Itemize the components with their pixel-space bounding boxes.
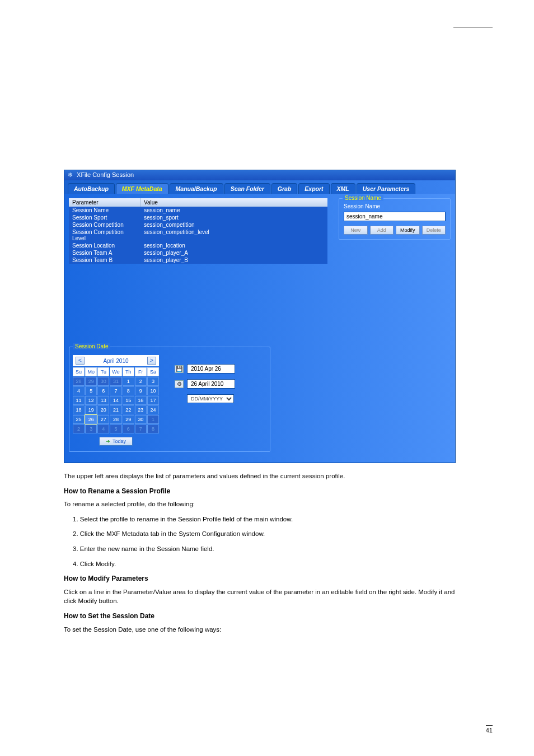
- calendar[interactable]: < April 2010 > SuMoTuWeThFrSa28293031123…: [73, 355, 159, 446]
- calendar-day[interactable]: 1: [123, 377, 134, 386]
- prev-month-button[interactable]: <: [76, 357, 85, 365]
- param-value: session_location: [140, 242, 327, 249]
- new-button[interactable]: New: [344, 226, 368, 235]
- calendar-day[interactable]: 28: [110, 415, 121, 424]
- param-value: session_player_A: [140, 249, 327, 256]
- table-row[interactable]: Session Sportsession_sport: [69, 214, 327, 221]
- session-date-legend: Session Date: [73, 343, 110, 349]
- param-name: Session Competition: [69, 221, 140, 228]
- param-name: Session Competition Level: [69, 228, 140, 242]
- calendar-day[interactable]: 5: [110, 424, 121, 433]
- table-row[interactable]: Session Competition Levelsession_competi…: [69, 228, 327, 242]
- date-format-select[interactable]: DD/MM/YYYY: [187, 394, 234, 403]
- calendar-day[interactable]: 3: [147, 377, 159, 386]
- session-name-group: Session Name Session Name NewAddModifyDe…: [339, 198, 451, 240]
- calendar-day[interactable]: 20: [97, 405, 109, 414]
- calendar-day[interactable]: 11: [73, 396, 85, 405]
- heading-rename: How to Rename a Session Profile: [64, 487, 456, 496]
- calendar-dow: We: [110, 367, 121, 376]
- tab-scan-folder[interactable]: Scan Folder: [224, 183, 270, 194]
- calendar-day[interactable]: 15: [123, 396, 134, 405]
- calendar-day[interactable]: 8: [123, 386, 134, 395]
- session-name-legend: Session Name: [343, 195, 383, 201]
- calendar-day[interactable]: 1: [147, 415, 159, 424]
- table-row[interactable]: Session Namesession_name: [69, 207, 327, 214]
- calendar-day[interactable]: 28: [73, 377, 85, 386]
- calendar-header: < April 2010 >: [73, 355, 159, 366]
- calendar-day[interactable]: 6: [123, 424, 134, 433]
- calendar-day[interactable]: 4: [73, 386, 85, 395]
- calendar-day[interactable]: 7: [135, 424, 147, 433]
- settings-icon[interactable]: ⚙: [175, 380, 184, 388]
- calendar-day[interactable]: 2: [135, 377, 147, 386]
- date-display-2: 26 April 2010: [187, 379, 235, 389]
- parameter-table-header: Parameter Value: [69, 198, 327, 207]
- calendar-day[interactable]: 22: [123, 405, 134, 414]
- add-button[interactable]: Add: [370, 226, 394, 235]
- calendar-day[interactable]: 18: [73, 405, 85, 414]
- calendar-day[interactable]: 29: [123, 415, 134, 424]
- calendar-day[interactable]: 21: [110, 405, 121, 414]
- tab-xml[interactable]: XML: [331, 183, 355, 194]
- step-2: 2. Click the MXF Metadata tab in the Sys…: [73, 529, 456, 539]
- modify-button[interactable]: Modify: [396, 226, 420, 235]
- titlebar: ❄ XFile Config Session: [64, 170, 455, 180]
- calendar-day[interactable]: 4: [97, 424, 109, 433]
- param-name: Session Team B: [69, 256, 140, 264]
- calendar-dow: Fr: [135, 367, 147, 376]
- calendar-day[interactable]: 27: [97, 415, 109, 424]
- setdate-paragraph: To set the Session Date, use one of the …: [64, 625, 456, 634]
- window-title: XFile Config Session: [77, 171, 134, 178]
- table-row[interactable]: Session Competitionsession_competition: [69, 221, 327, 228]
- param-name: Session Location: [69, 242, 140, 249]
- calendar-day[interactable]: 12: [85, 396, 97, 405]
- config-window: ❄ XFile Config Session AutoBackupMXF Met…: [64, 170, 456, 463]
- calendar-day[interactable]: 30: [135, 415, 147, 424]
- tab-mxf-metadata[interactable]: MXF MetaData: [116, 183, 168, 194]
- table-row[interactable]: Session Locationsession_location: [69, 242, 327, 249]
- calendar-day[interactable]: 3: [85, 424, 97, 433]
- param-value: session_competition_level: [140, 228, 327, 242]
- calendar-day[interactable]: 7: [110, 386, 121, 395]
- delete-button[interactable]: Delete: [422, 226, 446, 235]
- calendar-day[interactable]: 16: [135, 396, 147, 405]
- calendar-day[interactable]: 31: [110, 377, 121, 386]
- intro-paragraph: The upper left area displays the list of…: [64, 472, 456, 481]
- today-button[interactable]: ➔ Today: [99, 437, 133, 446]
- tab-manualbackup[interactable]: ManualBackup: [170, 183, 223, 194]
- calendar-day[interactable]: 13: [97, 396, 109, 405]
- date-display-1: 2010 Apr 26: [187, 364, 235, 374]
- calendar-day[interactable]: 23: [135, 405, 147, 414]
- step-3: 3. Enter the new name in the Session Nam…: [73, 544, 456, 554]
- calendar-day[interactable]: 19: [85, 405, 97, 414]
- save-icon[interactable]: 💾: [175, 365, 184, 373]
- calendar-day[interactable]: 17: [147, 396, 159, 405]
- calendar-day[interactable]: 2: [73, 424, 85, 433]
- tab-user-parameters[interactable]: User Parameters: [357, 183, 415, 194]
- calendar-day[interactable]: 10: [147, 386, 159, 395]
- calendar-day[interactable]: 30: [97, 377, 109, 386]
- tab-export[interactable]: Export: [298, 183, 329, 194]
- tab-grab[interactable]: Grab: [271, 183, 298, 194]
- calendar-day[interactable]: 26: [85, 415, 97, 424]
- calendar-day[interactable]: 29: [85, 377, 97, 386]
- calendar-day[interactable]: 25: [73, 415, 85, 424]
- table-row[interactable]: Session Team Bsession_player_B: [69, 256, 327, 264]
- calendar-day[interactable]: 6: [97, 386, 109, 395]
- calendar-day[interactable]: 5: [85, 386, 97, 395]
- tab-autobackup[interactable]: AutoBackup: [68, 183, 115, 194]
- param-value: session_player_B: [140, 256, 327, 264]
- calendar-dow: Sa: [147, 367, 159, 376]
- session-name-input[interactable]: [344, 212, 446, 221]
- rename-intro: To rename a selected profile, do the fol…: [64, 500, 456, 509]
- calendar-day[interactable]: 14: [110, 396, 121, 405]
- calendar-day[interactable]: 24: [147, 405, 159, 414]
- calendar-day[interactable]: 8: [147, 424, 159, 433]
- calendar-dow: Th: [123, 367, 134, 376]
- calendar-day[interactable]: 9: [135, 386, 147, 395]
- param-name: Session Name: [69, 207, 140, 214]
- param-value: session_sport: [140, 214, 327, 221]
- next-month-button[interactable]: >: [147, 357, 156, 365]
- table-row[interactable]: Session Team Asession_player_A: [69, 249, 327, 256]
- session-date-group: Session Date < April 2010 > SuMoTuWeThFr…: [69, 347, 270, 452]
